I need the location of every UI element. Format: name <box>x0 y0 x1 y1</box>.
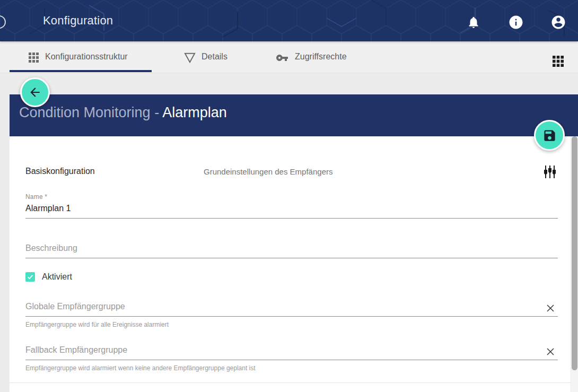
back-button[interactable] <box>20 77 50 107</box>
fallback-empfaengergruppe-input[interactable] <box>25 343 558 360</box>
check-icon <box>27 273 34 281</box>
close-icon <box>546 347 555 356</box>
tab-label: Zugriffsrechte <box>295 52 347 62</box>
apps-grid-icon <box>553 56 564 67</box>
global-empfaengergruppe-hint: Empfängergruppe wird für alle Ereignisse… <box>25 321 169 328</box>
info-button[interactable] <box>508 14 524 30</box>
active-tab-indicator <box>10 70 152 72</box>
apps-menu-button[interactable] <box>553 56 564 67</box>
arrow-left-icon <box>28 85 42 99</box>
tab-label: Details <box>202 52 227 62</box>
info-icon <box>508 14 524 30</box>
activated-checkbox[interactable] <box>25 272 35 282</box>
sliders-icon <box>543 165 557 179</box>
global-empfaengergruppe-input[interactable] <box>25 300 558 317</box>
page-title: Condition Monitoring - Alarmplan <box>19 103 227 121</box>
account-button[interactable] <box>550 14 566 30</box>
activated-checkbox-row[interactable]: Aktiviert <box>25 270 72 284</box>
page-title-emphasis: Alarmplan <box>162 104 227 120</box>
basiskonfiguration-card: Basiskonfiguration Grundeinstellungen de… <box>10 136 571 392</box>
page-header: Condition Monitoring - Alarmplan <box>10 94 578 136</box>
scrollbar-track[interactable] <box>571 136 578 392</box>
scrollbar-thumb[interactable] <box>572 136 577 370</box>
name-field-label: Name * <box>25 193 47 201</box>
save-icon <box>542 128 557 143</box>
section-subtitle: Grundeinstellungen des Empfängers <box>204 167 333 176</box>
section-title: Basiskonfiguration <box>25 167 95 176</box>
tab-konfigurationsstruktur[interactable]: Konfigurationsstruktur <box>10 41 152 73</box>
key-icon <box>275 51 289 64</box>
app-bar: Konfiguration <box>0 0 578 41</box>
tab-bar: Konfigurationsstruktur Details Zugriffsr… <box>0 41 578 73</box>
tab-label: Konfigurationsstruktur <box>45 52 128 62</box>
section-divider <box>10 382 571 383</box>
close-icon <box>546 303 555 313</box>
clear-global-empfaengergruppe-button[interactable] <box>546 303 555 313</box>
notifications-icon <box>467 15 480 29</box>
notifications-button[interactable] <box>467 15 480 29</box>
advanced-settings-button[interactable] <box>543 165 557 179</box>
name-input[interactable] <box>25 202 558 219</box>
description-input[interactable] <box>25 241 558 258</box>
app-title: Konfiguration <box>43 14 113 28</box>
grid-icon <box>29 53 39 63</box>
save-button[interactable] <box>534 120 565 151</box>
activated-checkbox-label: Aktiviert <box>42 272 72 282</box>
tab-details[interactable]: Details <box>175 41 265 73</box>
page-title-prefix: Condition Monitoring - <box>19 104 162 120</box>
clear-fallback-empfaengergruppe-button[interactable] <box>546 347 555 356</box>
tab-zugriffsrechte[interactable]: Zugriffsrechte <box>268 41 366 73</box>
account-icon <box>550 14 566 30</box>
fallback-empfaengergruppe-hint: Empfängergruppe wird alarmiert wenn kein… <box>25 364 256 372</box>
triangle-icon <box>184 53 196 63</box>
